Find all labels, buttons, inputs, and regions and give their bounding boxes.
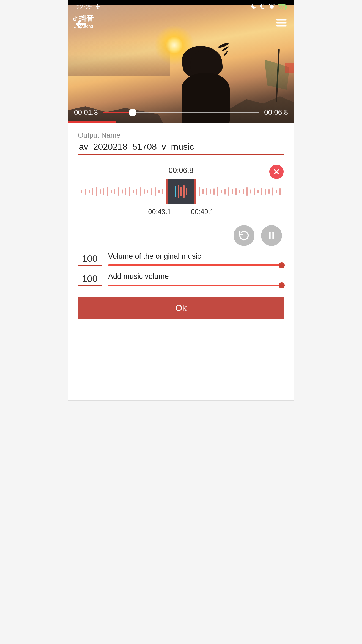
airplane-mode-icon xyxy=(95,3,101,11)
close-icon xyxy=(273,168,280,176)
ok-button[interactable]: Ok xyxy=(78,297,284,319)
video-seekbar[interactable] xyxy=(103,112,259,113)
slider-thumb[interactable] xyxy=(279,282,285,288)
replay-icon xyxy=(238,230,249,241)
status-time: 22:25 xyxy=(76,3,93,11)
replay-button[interactable] xyxy=(234,225,254,246)
pause-button[interactable] xyxy=(261,225,282,246)
battery-indicator: 97 xyxy=(278,4,286,10)
pause-icon xyxy=(266,230,277,241)
arrow-left-icon xyxy=(74,17,88,31)
selection-end-time: 00:49.1 xyxy=(191,208,214,216)
audio-selection-window[interactable] xyxy=(168,179,194,204)
clip-duration-label: 00:06.8 xyxy=(80,166,282,175)
video-total-time: 00:06.8 xyxy=(264,108,288,117)
svg-rect-2 xyxy=(269,232,271,239)
video-buffer-bar xyxy=(68,121,116,123)
remove-audio-button[interactable] xyxy=(269,165,284,179)
hamburger-icon xyxy=(275,17,287,29)
original-volume-slider[interactable] xyxy=(108,264,284,266)
svg-rect-3 xyxy=(272,232,274,239)
editor-panel: Output Name 00:06.8 00:43.1 00:49.1 xyxy=(68,123,294,319)
video-progress-fill xyxy=(103,112,133,113)
selection-start-time: 00:43.1 xyxy=(148,208,171,216)
alarm-icon xyxy=(269,3,275,11)
video-region: 22:25 97 抖音 xyxy=(68,0,294,123)
music-volume-label: Add music volume xyxy=(108,272,284,281)
video-seek-thumb[interactable] xyxy=(129,109,136,116)
original-volume-value[interactable]: 100 xyxy=(78,253,102,266)
status-bar: 22:25 97 xyxy=(68,0,294,14)
video-current-time: 00:01.3 xyxy=(74,108,98,117)
original-volume-label: Volume of the original music xyxy=(108,252,284,261)
moon-icon xyxy=(251,3,257,11)
output-name-input[interactable] xyxy=(78,141,284,155)
back-button[interactable] xyxy=(74,17,88,32)
vibrate-icon xyxy=(259,3,266,11)
video-controls: 00:01.3 00:06.8 xyxy=(74,108,288,117)
music-volume-value[interactable]: 100 xyxy=(78,273,102,286)
app-screen: 22:25 97 抖音 xyxy=(68,0,294,401)
playback-controls xyxy=(78,225,284,246)
waveform-row[interactable] xyxy=(80,179,282,204)
slider-thumb[interactable] xyxy=(279,262,285,268)
original-volume-row: 100 Volume of the original music xyxy=(78,252,284,266)
audio-clip-section: 00:06.8 00:43.1 00:49.1 xyxy=(78,166,284,219)
music-volume-row: 100 Add music volume xyxy=(78,272,284,286)
menu-button[interactable] xyxy=(275,17,287,30)
svg-point-1 xyxy=(270,5,274,9)
selection-times: 00:43.1 00:49.1 xyxy=(80,208,282,216)
video-preview[interactable] xyxy=(68,5,294,123)
svg-rect-0 xyxy=(262,4,264,9)
music-volume-slider[interactable] xyxy=(108,285,284,286)
output-name-label: Output Name xyxy=(78,131,284,140)
